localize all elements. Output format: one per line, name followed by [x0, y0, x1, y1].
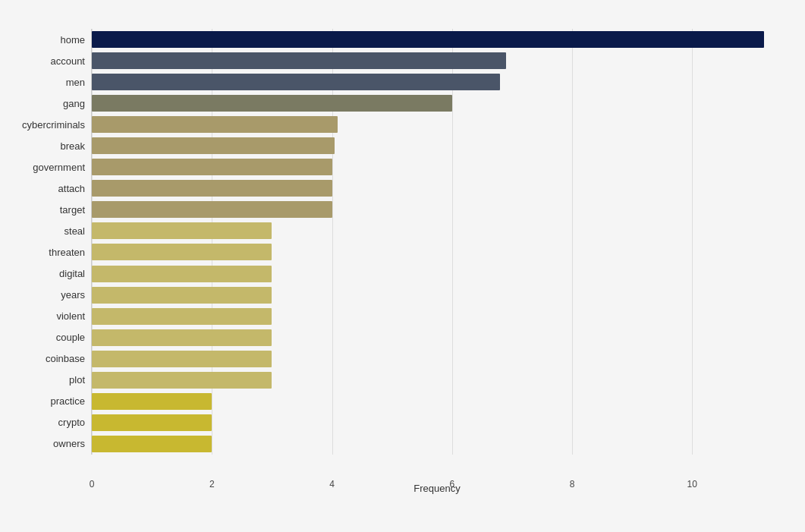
y-label-attach: attach: [58, 178, 85, 199]
bar-gang: [92, 95, 452, 112]
bar-row-cybercriminals: [92, 114, 782, 135]
bar-coinbase: [92, 351, 272, 367]
y-label-plot: plot: [69, 370, 85, 391]
bar-row-men: [92, 71, 782, 93]
y-label-practice: practice: [50, 391, 85, 412]
bar-threaten: [92, 244, 272, 260]
y-label-home: home: [60, 29, 85, 50]
x-tick: 0: [90, 479, 95, 490]
bar-owners: [92, 436, 212, 452]
y-label-men: men: [66, 71, 85, 93]
bar-row-break: [92, 135, 782, 156]
x-tick: 4: [329, 479, 335, 490]
x-tick: 2: [209, 479, 215, 490]
bar-plot: [92, 372, 272, 389]
y-label-government: government: [33, 156, 85, 178]
y-label-violent: violent: [56, 306, 85, 327]
bar-row-attach: [92, 178, 782, 199]
chart-container: homeaccountmengangcybercriminalsbreakgov…: [0, 0, 805, 532]
bar-row-government: [92, 156, 782, 178]
bar-row-threaten: [92, 241, 782, 263]
bar-target: [92, 201, 332, 218]
y-label-break: break: [60, 135, 85, 156]
y-label-years: years: [61, 285, 85, 306]
bar-row-digital: [92, 263, 782, 285]
y-label-target: target: [60, 199, 85, 220]
bar-break: [92, 137, 335, 154]
bar-row-couple: [92, 327, 782, 348]
bar-violent: [92, 308, 272, 325]
bar-row-gang: [92, 93, 782, 114]
y-label-digital: digital: [59, 263, 85, 285]
y-label-threaten: threaten: [49, 241, 85, 263]
bar-row-target: [92, 199, 782, 220]
bar-attach: [92, 180, 332, 197]
bar-row-coinbase: [92, 348, 782, 370]
x-axis-label: Frequency: [414, 483, 460, 494]
y-label-owners: owners: [53, 433, 85, 455]
bar-cybercriminals: [92, 116, 338, 133]
bar-digital: [92, 266, 272, 282]
bar-row-account: [92, 50, 782, 71]
y-label-couple: couple: [56, 327, 85, 348]
bar-couple: [92, 329, 272, 346]
y-label-crypto: crypto: [58, 412, 85, 433]
bars-area: 0246810Frequency: [91, 29, 782, 455]
bar-account: [92, 52, 506, 69]
bar-government: [92, 159, 332, 175]
bar-home: [92, 31, 764, 48]
bar-row-home: [92, 29, 782, 50]
bar-row-crypto: [92, 412, 782, 433]
bar-row-violent: [92, 306, 782, 327]
bar-row-practice: [92, 391, 782, 412]
bar-years: [92, 287, 272, 304]
bar-row-plot: [92, 370, 782, 391]
bar-men: [92, 74, 500, 90]
y-label-steal: steal: [64, 220, 85, 241]
bar-row-years: [92, 285, 782, 306]
y-labels: homeaccountmengangcybercriminalsbreakgov…: [8, 29, 91, 455]
bar-practice: [92, 393, 212, 410]
x-tick: 8: [570, 479, 575, 490]
bar-row-steal: [92, 220, 782, 241]
x-tick: 10: [687, 479, 697, 490]
chart-area: homeaccountmengangcybercriminalsbreakgov…: [8, 29, 782, 455]
y-label-account: account: [50, 50, 85, 71]
y-label-coinbase: coinbase: [46, 348, 85, 370]
bar-row-owners: [92, 433, 782, 455]
y-label-gang: gang: [63, 93, 85, 114]
y-label-cybercriminals: cybercriminals: [22, 114, 85, 135]
bar-steal: [92, 222, 272, 239]
bar-crypto: [92, 414, 212, 431]
